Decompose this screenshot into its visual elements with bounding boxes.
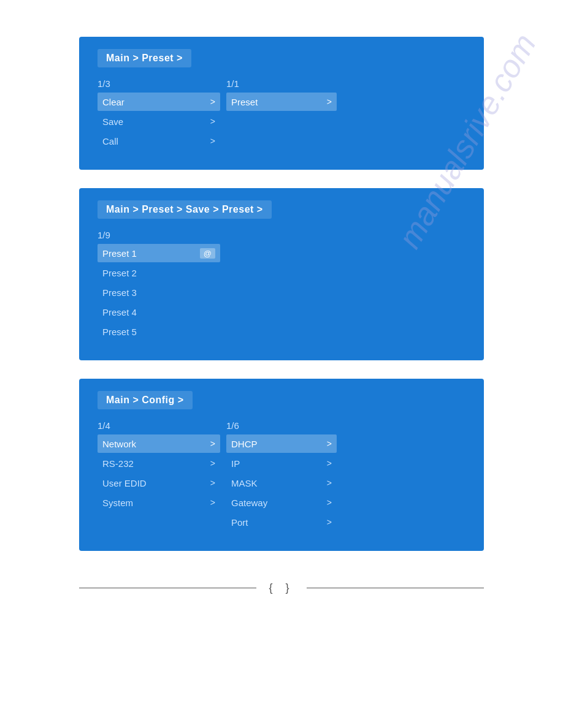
panel-3-counter-left: 1/4 [98,420,220,431]
panel-1-breadcrumb: Main > Preset > [98,49,191,67]
panel-1-left-col: 1/3 Clear > Save > Call > [98,78,220,151]
panel-3-breadcrumb-text: Main > Config > [106,395,184,405]
panel-3-item-ip[interactable]: IP > [226,454,337,472]
panel-2-preset5-label: Preset 5 [102,327,215,337]
panel-1-right-item-preset[interactable]: Preset > [226,93,337,111]
panel-1-counter-left: 1/3 [98,78,220,89]
footer-line-left [79,588,256,588]
panel-2-breadcrumb-text: Main > Preset > Save > Preset > [106,204,263,214]
panel-2-preset3-label: Preset 3 [102,287,215,298]
panel-1-item-call-arrow: > [210,136,215,146]
panel-3-item-useredid[interactable]: User EDID > [98,474,220,492]
panel-3-item-gateway[interactable]: Gateway > [226,493,337,512]
page-container: manualsrive.com Main > Preset > 1/3 Clea… [0,0,563,728]
panel-2-breadcrumb: Main > Preset > Save > Preset > [98,200,272,219]
panel-2-item-preset1[interactable]: Preset 1 @ [98,244,220,262]
panel-3-item-port[interactable]: Port > [226,513,337,531]
panel-1-content: 1/3 Clear > Save > Call > 1/1 Preset [98,78,465,151]
panel-1-counter-right: 1/1 [226,78,337,89]
panel-1-item-clear[interactable]: Clear > [98,93,220,111]
panel-3-ip-label: IP [231,458,324,469]
panel-3-rs232-arrow: > [210,458,215,468]
panel-1-item-clear-label: Clear [102,97,208,107]
panel-3-item-mask[interactable]: MASK > [226,474,337,492]
panel-3-useredid-arrow: > [210,478,215,488]
panel-3-network-arrow: > [210,439,215,449]
panel-2-item-preset4[interactable]: Preset 4 [98,303,220,321]
panel-1-item-clear-arrow: > [210,97,215,107]
panel-1-item-call-label: Call [102,136,208,146]
panel-1-item-call[interactable]: Call > [98,132,220,150]
panel-1-item-save[interactable]: Save > [98,112,220,131]
panel-3-useredid-label: User EDID [102,478,208,488]
panel-3-gateway-arrow: > [327,498,332,507]
panel-3-dhcp-label: DHCP [231,439,324,449]
panel-1-right-col: 1/1 Preset > [226,78,337,151]
panel-2-item-preset3[interactable]: Preset 3 [98,283,220,301]
panel-3-breadcrumb: Main > Config > [98,391,193,409]
panel-3-port-label: Port [231,517,324,528]
panel-1-right-preset-arrow: > [327,97,332,107]
panel-1-right-preset-label: Preset [231,97,324,107]
panel-1-breadcrumb-text: Main > Preset > [106,53,183,63]
panel-3-system-arrow: > [210,498,215,507]
footer-line-right [307,588,484,588]
panel-3-dhcp-arrow: > [327,439,332,449]
panel-2-preset1-at: @ [200,248,215,259]
panel-3-port-arrow: > [327,517,332,527]
panel-2-content: 1/9 Preset 1 @ Preset 2 Preset 3 Preset … [98,230,465,342]
panel-3-mask-arrow: > [327,478,332,488]
panel-2-preset4-label: Preset 4 [102,307,215,317]
footer-line: { } [79,582,484,594]
panel-2-item-preset5[interactable]: Preset 5 [98,322,220,341]
panel-3-mask-label: MASK [231,478,324,488]
panel-3-network-label: Network [102,439,208,449]
panel-2: Main > Preset > Save > Preset > 1/9 Pres… [79,188,484,360]
panel-1-item-save-label: Save [102,116,208,127]
footer-brace: { } [256,582,306,594]
panel-1-item-save-arrow: > [210,116,215,126]
panel-2-preset1-label: Preset 1 [102,248,195,259]
panel-3-gateway-label: Gateway [231,498,324,508]
panel-2-counter: 1/9 [98,230,220,240]
panel-3-counter-right: 1/6 [226,420,337,431]
panel-2-preset2-label: Preset 2 [102,268,215,278]
panel-3-rs232-label: RS-232 [102,458,208,469]
panel-3-item-dhcp[interactable]: DHCP > [226,434,337,453]
panel-3-content: 1/4 Network > RS-232 > User EDID > Syste… [98,420,465,533]
panel-2-item-preset2[interactable]: Preset 2 [98,264,220,282]
panel-3: Main > Config > 1/4 Network > RS-232 > U… [79,379,484,551]
panel-2-left-col: 1/9 Preset 1 @ Preset 2 Preset 3 Preset … [98,230,220,342]
panel-3-item-network[interactable]: Network > [98,434,220,453]
panel-1: Main > Preset > 1/3 Clear > Save > Call … [79,37,484,170]
panel-3-ip-arrow: > [327,458,332,468]
panel-3-left-col: 1/4 Network > RS-232 > User EDID > Syste… [98,420,220,533]
panel-3-item-system[interactable]: System > [98,493,220,512]
panel-3-system-label: System [102,498,208,508]
panel-3-right-col: 1/6 DHCP > IP > MASK > Gateway > [226,420,337,533]
panel-3-item-rs232[interactable]: RS-232 > [98,454,220,472]
